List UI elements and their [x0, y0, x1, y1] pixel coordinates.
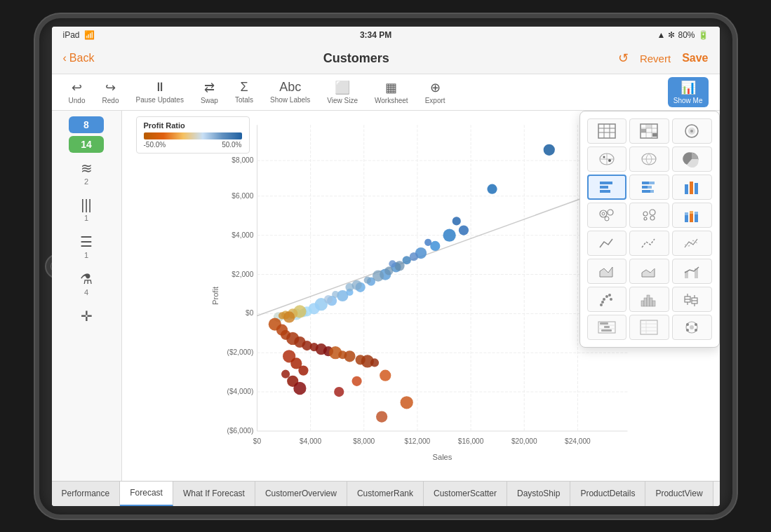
- revert-button[interactable]: Revert: [640, 53, 671, 64]
- svg-point-35: [443, 229, 455, 241]
- show-me-scatter2[interactable]: [587, 287, 627, 312]
- sidebar-add-btn[interactable]: ✛: [69, 303, 104, 329]
- back-chevron-icon: ‹: [63, 52, 67, 64]
- show-me-map[interactable]: [629, 146, 669, 172]
- show-me-table2[interactable]: [629, 315, 669, 340]
- view-size-icon: ⬜: [335, 80, 350, 95]
- svg-point-155: [600, 303, 603, 306]
- show-me-line[interactable]: [587, 231, 627, 256]
- sidebar-filter-btn[interactable]: ⚗ 4: [69, 266, 104, 301]
- tab-productdetails[interactable]: ProductDetails: [570, 482, 645, 506]
- save-button[interactable]: Save: [682, 52, 708, 64]
- tab-customerrank[interactable]: CustomerRank: [347, 482, 424, 506]
- show-me-text-table[interactable]: [587, 118, 627, 144]
- show-me-grid: [587, 118, 712, 340]
- svg-text:Sales: Sales: [432, 452, 452, 461]
- page-title: Customers: [94, 51, 618, 66]
- show-me-gantt[interactable]: [587, 315, 627, 340]
- svg-point-117: [603, 156, 605, 158]
- show-me-highlight-table[interactable]: [629, 118, 669, 144]
- tab-customeroverview[interactable]: CustomerOverview: [255, 482, 347, 506]
- sidebar-pill-8[interactable]: 8: [69, 116, 104, 133]
- show-me-v-bars[interactable]: [672, 175, 712, 200]
- refresh-icon[interactable]: ↺: [618, 50, 629, 66]
- ipad-label: iPad: [63, 30, 80, 40]
- swap-icon: ⇄: [204, 80, 215, 95]
- sidebar-bars-btn[interactable]: ||| 1: [69, 193, 104, 226]
- show-me-button[interactable]: 📊 Show Me: [668, 77, 709, 107]
- pause-button[interactable]: ⏸ Pause Updates: [130, 77, 189, 107]
- svg-point-60: [384, 266, 393, 275]
- show-me-symbol-map[interactable]: [587, 146, 627, 172]
- show-me-h-bars[interactable]: [587, 175, 627, 200]
- svg-point-97: [389, 260, 396, 267]
- view-size-button[interactable]: ⬜ View Size: [321, 77, 363, 107]
- sidebar-pill-14[interactable]: 14: [69, 136, 104, 153]
- show-me-box-plot[interactable]: [672, 287, 712, 312]
- show-me-scatter[interactable]: [629, 203, 669, 228]
- svg-text:Profit: Profit: [210, 286, 219, 305]
- svg-point-81: [370, 358, 378, 367]
- svg-point-134: [600, 210, 607, 217]
- svg-text:$4,000: $4,000: [232, 231, 253, 238]
- show-me-stacked-v-bars[interactable]: [672, 203, 712, 228]
- show-me-dual-line[interactable]: [672, 231, 712, 256]
- undo-button[interactable]: ↩ Undo: [63, 77, 91, 107]
- tab-what-if-forecast[interactable]: What If Forecast: [173, 482, 255, 506]
- svg-rect-145: [690, 211, 693, 214]
- svg-rect-173: [604, 326, 610, 328]
- svg-point-95: [424, 238, 431, 245]
- svg-text:($6,000): ($6,000): [227, 426, 253, 434]
- totals-button[interactable]: Σ Totals: [229, 77, 259, 107]
- tab-productview[interactable]: ProductView: [645, 482, 713, 506]
- wifi-icon: 📶: [84, 30, 95, 40]
- show-me-discrete-area[interactable]: [629, 259, 669, 284]
- back-label: Back: [69, 52, 95, 64]
- show-me-heatmap[interactable]: [672, 118, 712, 144]
- svg-rect-105: [647, 125, 652, 128]
- sidebar-layers-btn[interactable]: ≋ 2: [69, 156, 104, 190]
- view-size-label: View Size: [327, 97, 358, 104]
- show-me-dual-combo[interactable]: [672, 259, 712, 284]
- back-button[interactable]: ‹ Back: [63, 52, 95, 64]
- show-me-pie[interactable]: [672, 146, 712, 172]
- svg-point-54: [323, 294, 332, 303]
- svg-point-185: [686, 329, 689, 332]
- legend-gradient: [144, 132, 242, 139]
- tab-daystoship[interactable]: DaystoShip: [507, 482, 570, 506]
- svg-text:($4,000): ($4,000): [227, 388, 253, 395]
- svg-rect-124: [600, 190, 610, 193]
- pause-label: Pause Updates: [136, 96, 184, 104]
- show-me-discrete-line[interactable]: [629, 231, 669, 256]
- svg-point-34: [487, 184, 497, 193]
- show-me-packed-bubbles[interactable]: [587, 203, 627, 228]
- bars-icon: |||: [81, 197, 92, 213]
- show-me-polygon[interactable]: [672, 315, 712, 340]
- navigation-icon: ▲: [657, 30, 666, 40]
- tab-customerscatter[interactable]: CustomerScatter: [424, 482, 507, 506]
- svg-text:($2,000): ($2,000): [227, 348, 253, 356]
- sidebar-rows-btn[interactable]: ☰ 1: [69, 229, 104, 264]
- show-me-histogram[interactable]: [629, 287, 669, 312]
- show-me-area[interactable]: [587, 259, 627, 284]
- svg-text:$20,000: $20,000: [511, 437, 537, 445]
- status-left: iPad 📶: [63, 30, 95, 40]
- svg-rect-98: [598, 124, 615, 138]
- svg-point-150: [601, 301, 604, 303]
- battery-label: 80%: [678, 30, 695, 40]
- svg-rect-132: [690, 182, 693, 194]
- status-right: ▲ ✻ 80% 🔋: [657, 30, 709, 40]
- tab-performance[interactable]: Performance: [52, 482, 121, 506]
- tab-forecast[interactable]: Forecast: [120, 482, 173, 506]
- export-button[interactable]: ⊕ Export: [420, 77, 451, 107]
- status-bar: iPad 📶 3:34 PM ▲ ✻ 80% 🔋: [52, 27, 720, 43]
- svg-point-58: [363, 276, 370, 283]
- svg-point-66: [283, 311, 295, 322]
- redo-button[interactable]: ↪ Redo: [97, 77, 125, 107]
- svg-rect-126: [649, 182, 655, 184]
- worksheet-button[interactable]: ▦ Worksheet: [369, 77, 414, 107]
- show-me-stacked-h-bars[interactable]: [629, 175, 669, 200]
- svg-rect-156: [641, 301, 644, 306]
- swap-button[interactable]: ⇄ Swap: [195, 77, 224, 107]
- labels-button[interactable]: Abc Show Labels: [264, 77, 316, 107]
